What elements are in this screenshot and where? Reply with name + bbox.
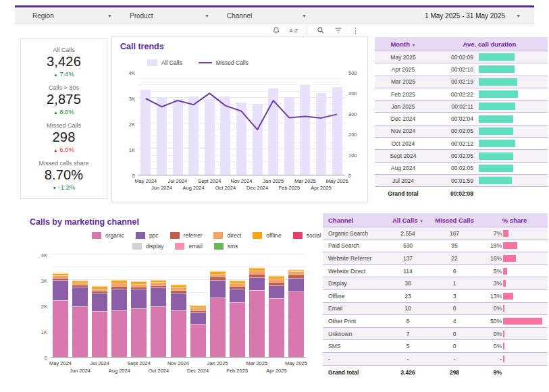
share-column-header[interactable]: % share bbox=[481, 217, 548, 224]
kpi-card: All Calls3,426▲ 7.4% bbox=[21, 47, 107, 78]
kpi-delta: ▲ 7.4% bbox=[21, 70, 107, 78]
legend-item-missed-calls[interactable]: Missed Calls bbox=[199, 59, 249, 66]
duration-bar-cell bbox=[479, 90, 548, 98]
missed-calls-cell: 1 bbox=[427, 280, 481, 287]
legend-item-all-calls[interactable]: All Calls bbox=[147, 59, 182, 66]
bell-icon[interactable] bbox=[271, 26, 280, 35]
toolbar-divider bbox=[307, 26, 307, 35]
legend-label: direct bbox=[227, 232, 241, 239]
channel-cell: Offline bbox=[323, 293, 388, 300]
legend-swatch bbox=[293, 232, 303, 239]
sort-az-icon[interactable]: A↓Z bbox=[289, 26, 298, 35]
legend-row: organicppcreferrerdirectofflinesocialoth… bbox=[92, 232, 359, 239]
duration-bar-cell bbox=[479, 65, 548, 73]
y-axis-tick-right: 200 bbox=[348, 132, 357, 138]
all-calls-cell: 137 bbox=[388, 255, 427, 262]
x-axis-label: Jun 2024 bbox=[60, 368, 101, 374]
legend-item-direct[interactable]: direct bbox=[213, 232, 241, 239]
table-row: Website Referrer1372216% bbox=[323, 252, 548, 264]
sort-caret-icon: ▼ bbox=[412, 43, 416, 47]
legend-item-offline[interactable]: offline bbox=[253, 232, 282, 239]
share-cell: 0% bbox=[481, 331, 548, 337]
kpi-card: Missed Calls298▲ 6.0% bbox=[21, 122, 107, 153]
legend-item-sms[interactable]: sms bbox=[214, 243, 238, 250]
call-trends-title: Call trends bbox=[120, 42, 164, 51]
bar-segment-ppc bbox=[288, 278, 304, 291]
bar-segment-organic bbox=[111, 310, 127, 357]
month-column-header[interactable]: Month ▼ bbox=[375, 40, 432, 48]
legend-swatch bbox=[147, 59, 157, 66]
kpi-card: Missed calls share8.70%▼ -1.2% bbox=[21, 160, 107, 191]
legend-item-email[interactable]: email bbox=[175, 243, 202, 250]
stacked-bar-slot bbox=[267, 255, 286, 357]
legend-label: ppc bbox=[149, 232, 159, 239]
table-row: Dec 202400:02:04 bbox=[375, 112, 548, 124]
y-axis-tick-left: 4K bbox=[120, 70, 135, 76]
channel-column-header[interactable]: Channel bbox=[323, 217, 388, 224]
x-axis-label: Feb 2025 bbox=[217, 368, 257, 374]
table-row: Website Direct11465% bbox=[323, 264, 548, 277]
bar-segment-ppc bbox=[53, 280, 68, 300]
bar-segment-ppc bbox=[171, 293, 186, 310]
y-axis-tick: 4K bbox=[34, 252, 47, 258]
month-cell: Aug 2024 bbox=[375, 165, 432, 171]
product-filter[interactable]: Product ▼ bbox=[130, 12, 209, 20]
duration-bar bbox=[479, 115, 513, 123]
table-row: May 202500:02:09 bbox=[375, 51, 548, 63]
missed-calls-cell: 95 bbox=[427, 242, 481, 249]
legend-row: displayemailsms bbox=[132, 243, 238, 250]
missed-calls-column-header[interactable]: Missed Calls bbox=[427, 217, 481, 224]
bar-segment-ppc bbox=[210, 280, 226, 298]
kpi-scorecard-panel: All Calls3,426▲ 7.4%Calls > 30s2,875▲ 8.… bbox=[20, 38, 107, 199]
missed-calls-cell: 3 bbox=[427, 293, 481, 300]
avg-call-duration-table: Month ▼ Ave. call duration May 202500:02… bbox=[375, 37, 548, 200]
month-cell: Jul 2024 bbox=[375, 177, 432, 184]
x-axis-label: May 2024 bbox=[41, 360, 81, 366]
legend-item-ppc[interactable]: ppc bbox=[136, 232, 159, 239]
calls-by-channel-plot bbox=[51, 255, 306, 358]
channel-filter[interactable]: Channel ▼ bbox=[227, 12, 307, 20]
region-filter[interactable]: Region ▼ bbox=[32, 12, 112, 20]
table-row: Display3813% bbox=[323, 277, 548, 289]
legend-swatch bbox=[132, 243, 142, 250]
month-cell: Sept 2024 bbox=[375, 152, 432, 159]
bar-segment-ppc bbox=[92, 293, 107, 311]
legend-item-social[interactable]: social bbox=[293, 232, 321, 239]
channel-cell: Other Print bbox=[323, 318, 388, 325]
share-label: 16% bbox=[481, 255, 502, 262]
share-label: - bbox=[481, 356, 502, 362]
table-row: Feb 202500:02:22 bbox=[375, 88, 548, 100]
channel-cell: - bbox=[323, 356, 388, 362]
duration-cell: 00:02:05 bbox=[432, 152, 479, 159]
duration-bar bbox=[479, 128, 513, 135]
all-calls-cell: 38 bbox=[388, 280, 427, 287]
duration-column-header[interactable]: Ave. call duration bbox=[432, 40, 548, 48]
bar-segment-ppc bbox=[190, 312, 206, 324]
missed-calls-cell: 22 bbox=[427, 255, 481, 262]
filter-icon[interactable] bbox=[334, 26, 342, 35]
date-range-label: 1 May 2025 - 31 May 2025 bbox=[425, 12, 505, 20]
legend-item-organic[interactable]: organic bbox=[92, 232, 124, 239]
x-axis-label: Apr 2025 bbox=[301, 185, 342, 191]
duration-cell: 00:02:09 bbox=[432, 54, 479, 61]
more-options-icon[interactable]: ⋮ bbox=[351, 26, 360, 35]
month-cell: Nov 2024 bbox=[375, 128, 432, 134]
stacked-bar bbox=[230, 280, 245, 357]
zoom-icon[interactable] bbox=[316, 26, 325, 35]
x-axis-label: Sept 2024 bbox=[119, 360, 159, 366]
date-range-filter[interactable]: 1 May 2025 - 31 May 2025 ▼ bbox=[425, 12, 521, 20]
all-calls-column-header[interactable]: All Calls ▼ bbox=[388, 217, 427, 224]
legend-item-referrer[interactable]: referrer bbox=[170, 232, 203, 239]
share-bar bbox=[503, 230, 508, 237]
legend-label: sms bbox=[228, 243, 238, 250]
stacked-bar bbox=[190, 305, 206, 357]
share-cell: - bbox=[481, 356, 548, 362]
stacked-bar bbox=[131, 281, 147, 357]
missed-calls-cell: 0 bbox=[427, 305, 481, 312]
y-axis-tick-right: 500 bbox=[348, 70, 357, 76]
stacked-bar-slot bbox=[109, 255, 129, 357]
x-axis-label: Jul 2024 bbox=[80, 360, 120, 366]
legend-label: organic bbox=[105, 232, 124, 239]
x-axis-label: Aug 2024 bbox=[99, 368, 140, 374]
legend-item-display[interactable]: display bbox=[132, 243, 163, 250]
